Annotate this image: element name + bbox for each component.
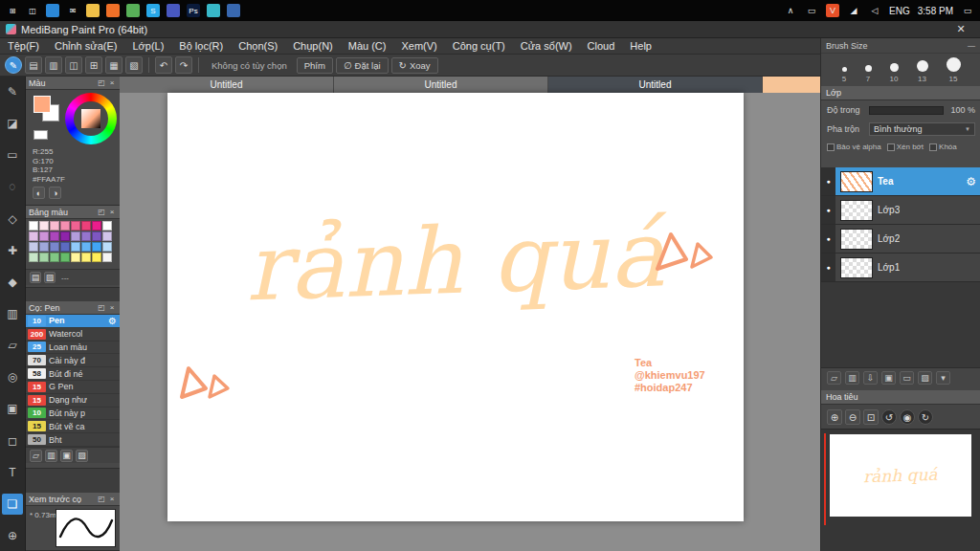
eraser-tool[interactable]: ◪ — [2, 113, 23, 134]
move-tool[interactable]: ✚ — [2, 240, 23, 261]
window-close-button[interactable]: ✕ — [947, 23, 974, 35]
save-icon[interactable]: ▤ — [25, 56, 42, 74]
layer-settings-icon[interactable]: ⚙ — [966, 175, 976, 188]
document-tab[interactable]: Untitled — [334, 77, 548, 93]
export-icon[interactable]: ▥ — [45, 56, 62, 74]
brush-size-option[interactable]: 5 — [842, 67, 847, 83]
magic-wand-tool[interactable]: ◇ — [2, 209, 23, 230]
duplicate-layer-icon[interactable]: ▥ — [845, 371, 859, 385]
xoay-button[interactable]: ↻ Xoay — [391, 57, 438, 74]
palette-swatch[interactable] — [81, 242, 91, 252]
delete-brush-icon[interactable]: ▨ — [76, 450, 88, 462]
delete-layer-icon[interactable]: ▨ — [918, 371, 932, 385]
palette-swatch[interactable] — [60, 231, 70, 241]
document-tab[interactable]: Untitled — [120, 77, 334, 93]
palette-swatch[interactable] — [81, 231, 91, 241]
palette-swatch[interactable] — [71, 231, 80, 241]
snap-grid-icon[interactable]: ⊞ — [85, 56, 102, 74]
layer-option-checkbox[interactable]: Khóa — [929, 143, 957, 151]
opacity-slider[interactable] — [869, 106, 944, 115]
close-icon[interactable]: × — [107, 208, 117, 216]
menu-item[interactable]: Chỉnh sửa(E) — [47, 40, 124, 52]
menu-item[interactable]: Cloud — [580, 40, 623, 52]
photoshop-icon[interactable]: Ps — [187, 4, 200, 17]
palette-swatch[interactable] — [60, 221, 70, 231]
brush-item[interactable]: 70 Cài này đ ⚙ — [26, 354, 120, 367]
teams-icon[interactable] — [167, 4, 180, 17]
layer-row[interactable]: ● Lớp1 ⚙ — [821, 253, 980, 282]
duplicate-brush-icon[interactable]: ▥ — [45, 450, 57, 462]
layer-menu-icon[interactable]: ▾ — [936, 371, 950, 385]
layer-row[interactable]: ● Lớp2 ⚙ — [821, 225, 980, 253]
volume-icon[interactable]: ◁ — [868, 4, 881, 17]
select-rect-tool[interactable]: ▭ — [2, 144, 23, 165]
brush-item[interactable]: 10 Pen ⚙ — [26, 315, 120, 328]
brush-item[interactable]: 50 Bht ⚙ — [26, 433, 120, 447]
palette-swatch[interactable] — [29, 253, 38, 262]
lasso-tool[interactable]: ◌ — [2, 176, 23, 197]
palette-swatch[interactable] — [29, 221, 38, 231]
brush-size-option[interactable]: 15 — [947, 57, 961, 83]
comment-icon[interactable]: ◫ — [65, 56, 82, 74]
phim-button[interactable]: Phím — [297, 57, 333, 74]
brush-size-option[interactable]: 10 — [890, 63, 899, 83]
layer-visibility-toggle[interactable]: ● — [821, 253, 835, 281]
zoom-reset-icon[interactable]: ⊡ — [863, 409, 879, 425]
monitor-icon[interactable]: ▭ — [805, 4, 818, 17]
notification-center-icon[interactable]: ▭ — [961, 4, 974, 17]
menu-item[interactable]: Cửa sổ(W) — [513, 40, 580, 52]
transparent-color-swatch[interactable] — [33, 130, 48, 140]
pan-tool[interactable]: ❏ — [2, 494, 23, 515]
palette-swatch[interactable] — [50, 231, 59, 241]
brush-item[interactable]: 58 Bút đi né ⚙ — [26, 367, 120, 381]
rotate-reset-icon[interactable]: ◉ — [900, 409, 915, 425]
redo-icon[interactable]: ↷ — [175, 56, 192, 74]
mail-icon[interactable]: ✉ — [66, 4, 79, 17]
menu-item[interactable]: Bộ lọc(R) — [171, 40, 231, 52]
palette-swatch[interactable] — [39, 231, 49, 241]
layer-row[interactable]: ● Tea ⚙ — [821, 167, 980, 196]
fill-tool[interactable]: ◆ — [2, 272, 23, 293]
new-layer-icon[interactable]: ▱ — [827, 371, 841, 385]
chrome-icon[interactable] — [126, 4, 140, 17]
popout-icon[interactable]: ◰ — [97, 78, 106, 87]
brush-item[interactable]: 25 Loan màu ⚙ — [26, 342, 120, 355]
shape-tool[interactable]: ▱ — [2, 335, 23, 356]
palette-swatch[interactable] — [92, 221, 101, 231]
canvas-area[interactable]: rảnh quá Tea@khiemvu197#hoidap247 — [120, 93, 820, 551]
brush-size-option[interactable]: 7 — [865, 65, 872, 83]
palette-swatch[interactable] — [81, 221, 91, 231]
palette-swatch[interactable] — [39, 253, 49, 262]
blend-mode-dropdown[interactable]: Bình thường ▼ — [869, 122, 975, 136]
transform-tool[interactable]: ◻ — [2, 430, 23, 452]
zoom-in-icon[interactable]: ⊕ — [827, 409, 842, 425]
layer-option-checkbox[interactable]: Xén bớt — [887, 143, 924, 151]
layer-option-checkbox[interactable]: Bảo vệ alpha — [827, 143, 881, 151]
zoom-tool[interactable]: ⊕ — [2, 525, 23, 546]
brush-item[interactable]: 15 G Pen ⚙ — [26, 381, 120, 394]
navigator-preview[interactable]: rảnh quá — [821, 429, 980, 551]
collapse-icon[interactable]: — — [967, 41, 976, 50]
eyedropper-tool[interactable]: ◎ — [2, 366, 23, 387]
palette-swatch[interactable] — [60, 253, 70, 262]
layer-row[interactable]: ● Lớp3 ⚙ — [821, 196, 980, 225]
menu-item[interactable]: Help — [622, 40, 659, 52]
folder-icon[interactable]: ▭ — [900, 371, 914, 385]
menu-item[interactable]: Lớp(L) — [124, 40, 171, 52]
palette-swatch[interactable] — [50, 221, 59, 231]
brush-item[interactable]: 15 Bút vẽ ca ⚙ — [26, 420, 120, 433]
color-mode-icon[interactable]: ◐ — [33, 187, 45, 199]
dat-lai-button[interactable]: ∅ Đặt lại — [336, 57, 389, 74]
palette-swatch[interactable] — [60, 242, 70, 252]
palette-swatch[interactable] — [92, 231, 101, 241]
medibang-icon[interactable] — [207, 4, 220, 17]
palette-swatch[interactable] — [29, 242, 38, 252]
layer-visibility-toggle[interactable]: ● — [821, 167, 835, 195]
network-icon[interactable]: ◢ — [847, 4, 860, 17]
document-tab[interactable]: Untitled — [548, 77, 763, 93]
close-icon[interactable]: × — [107, 495, 117, 503]
zoom-out-icon[interactable]: ⊖ — [845, 409, 860, 425]
explorer-icon[interactable] — [86, 4, 100, 17]
layer-visibility-toggle[interactable]: ● — [821, 196, 835, 224]
palette-swatch[interactable] — [102, 253, 112, 262]
